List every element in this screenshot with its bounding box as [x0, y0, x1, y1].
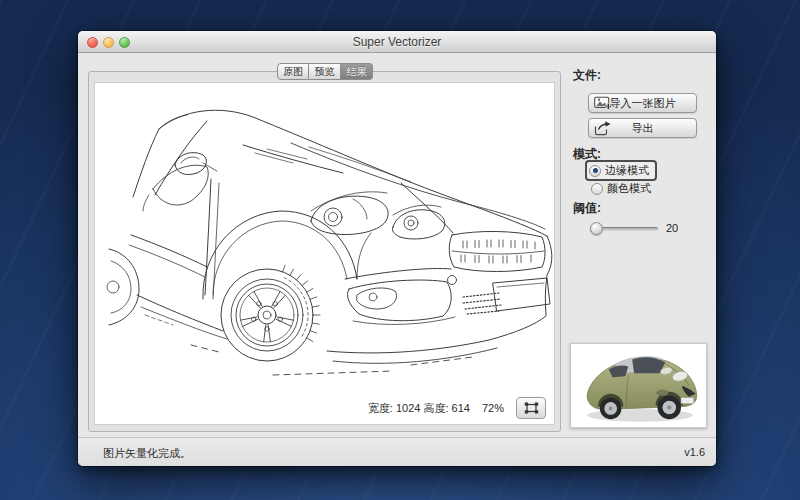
result-groupbox: 宽度: 1024 高度: 614 72% — [88, 71, 561, 432]
threshold-section-label: 阈值: — [573, 200, 601, 217]
close-button-icon[interactable] — [87, 37, 98, 48]
fit-to-window-button[interactable] — [516, 397, 546, 419]
fit-to-window-icon — [524, 402, 539, 414]
image-dimensions-label: 宽度: 1024 高度: 614 — [368, 401, 470, 416]
status-message: 图片矢量化完成。 — [103, 446, 191, 461]
zoom-level-label: 72% — [482, 402, 504, 414]
threshold-value: 20 — [666, 222, 678, 234]
view-tabs: 原图 预览 结果 — [277, 63, 373, 80]
tab-preview[interactable]: 预览 — [309, 63, 341, 80]
canvas-info: 宽度: 1024 高度: 614 72% — [368, 397, 546, 419]
import-image-icon — [594, 96, 612, 111]
statusbar: 图片矢量化完成。 v1.6 — [78, 437, 716, 466]
threshold-slider[interactable] — [590, 221, 658, 236]
zoom-button-icon[interactable] — [119, 37, 130, 48]
export-icon — [594, 121, 612, 136]
app-version: v1.6 — [684, 446, 705, 458]
tab-original[interactable]: 原图 — [277, 63, 309, 80]
result-canvas[interactable]: 宽度: 1024 高度: 614 72% — [94, 82, 555, 425]
threshold-slider-thumb[interactable] — [590, 222, 603, 235]
app-window: Super Vectorizer 原图 预览 结果 — [78, 31, 716, 466]
minimize-button-icon[interactable] — [103, 37, 114, 48]
export-button[interactable]: 导出 — [588, 118, 697, 138]
mode-option-color[interactable]: 颜色模式 — [591, 181, 651, 196]
window-title: Super Vectorizer — [78, 31, 716, 53]
mode-option-edge[interactable]: 边缘模式 — [585, 160, 657, 181]
file-section-label: 文件: — [573, 67, 601, 84]
radio-selected-icon — [589, 165, 601, 177]
titlebar[interactable]: Super Vectorizer — [78, 31, 716, 53]
original-image-thumbnail — [570, 343, 707, 428]
mode-option-color-label: 颜色模式 — [607, 181, 651, 196]
vectorized-car-line-art — [95, 83, 555, 425]
mode-option-edge-label: 边缘模式 — [605, 163, 649, 178]
tab-result[interactable]: 结果 — [341, 63, 373, 80]
import-image-button[interactable]: 导入一张图片 — [588, 93, 697, 113]
export-button-label: 导出 — [632, 121, 654, 136]
original-car-photo — [571, 344, 706, 427]
traffic-lights — [87, 37, 130, 48]
radio-unselected-icon — [591, 183, 603, 195]
import-image-button-label: 导入一张图片 — [610, 96, 676, 111]
